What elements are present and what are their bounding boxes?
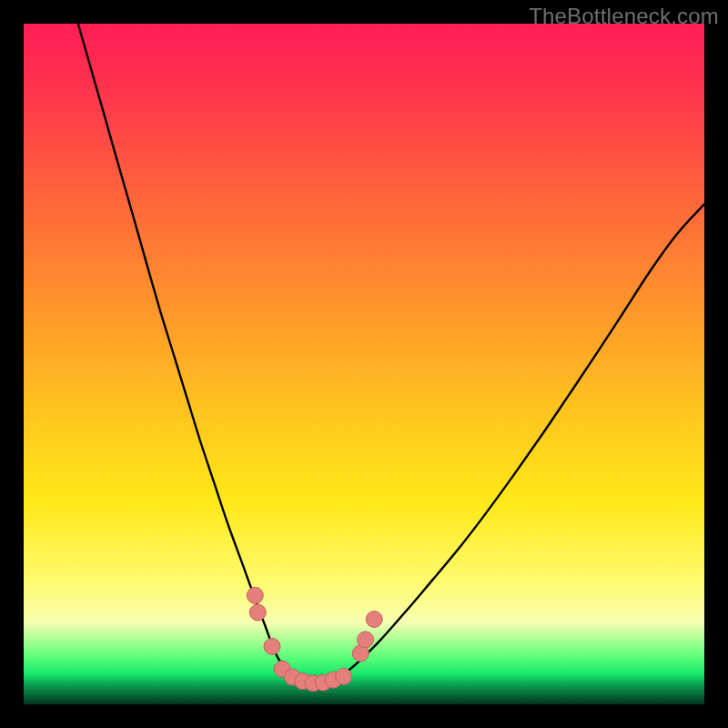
data-marker <box>249 604 266 621</box>
data-marker <box>366 612 382 628</box>
data-marker <box>247 587 263 603</box>
watermark-text: TheBottleneck.com <box>529 4 719 29</box>
data-markers <box>247 587 382 692</box>
chart-svg <box>24 24 704 704</box>
outer-frame: TheBottleneck.com <box>0 0 728 728</box>
data-marker <box>336 668 352 684</box>
data-marker <box>358 632 374 648</box>
bottleneck-curve <box>78 24 704 684</box>
data-marker <box>264 638 280 654</box>
